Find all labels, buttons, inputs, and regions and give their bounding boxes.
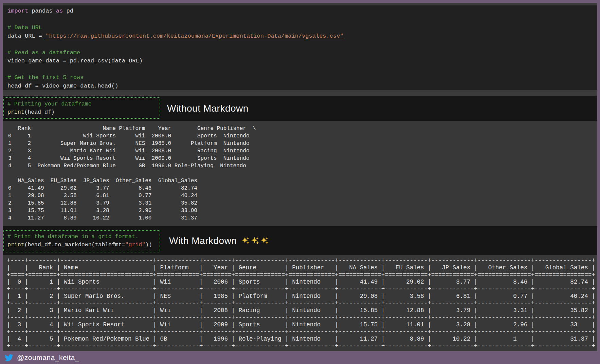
twitter-icon[interactable] bbox=[5, 353, 13, 362]
code-token: print bbox=[7, 109, 24, 115]
code-token: # Data URL bbox=[7, 24, 42, 31]
output-plain: Rank Name Platform Year Genre Publisher … bbox=[3, 121, 597, 226]
code-token: as bbox=[56, 8, 67, 14]
code-text-print-grid: # Print the dataframe in a grid format. … bbox=[7, 233, 156, 249]
code-token: (head_df) bbox=[24, 109, 55, 115]
code-token: print bbox=[7, 242, 24, 248]
code-text-imports: import pandas as pd # Data URL data_URL … bbox=[3, 5, 597, 90]
print-grid-row: # Print the dataframe in a grid format. … bbox=[3, 226, 597, 255]
sparkles-icon bbox=[241, 236, 269, 245]
code-token: )) bbox=[145, 242, 152, 248]
code-link[interactable]: "https://raw.githubusercontent.com/keita… bbox=[46, 33, 343, 39]
code-box-print-grid[interactable]: # Print the dataframe in a grid format. … bbox=[3, 230, 160, 252]
code-token: pandas bbox=[32, 8, 56, 14]
with-markdown-label: With Markdown bbox=[169, 235, 237, 246]
code-token: # Printing your dataframe bbox=[7, 101, 92, 107]
sparkle-star-icon bbox=[251, 236, 259, 245]
code-token: pd bbox=[66, 8, 73, 14]
notebook-canvas: import pandas as pd # Data URL data_URL … bbox=[3, 3, 597, 351]
code-token: (head_df.to_markdown(tablefmt= bbox=[24, 242, 125, 248]
top-strip bbox=[3, 3, 597, 5]
output-grid-text: +----+--------+-------------------------… bbox=[3, 255, 597, 350]
without-markdown-label: Without Markdown bbox=[167, 103, 249, 114]
code-token: import bbox=[7, 8, 32, 14]
sparkle-star-icon bbox=[260, 236, 269, 245]
code-cell-imports[interactable]: import pandas as pd # Data URL data_URL … bbox=[3, 5, 597, 90]
code-token: # Print the dataframe in a grid format. bbox=[7, 233, 139, 240]
code-token: # Get the first 5 rows bbox=[7, 74, 84, 81]
divider-band bbox=[3, 90, 597, 96]
with-markdown-label-row: With Markdown bbox=[169, 235, 269, 246]
output-plain-text: Rank Name Platform Year Genre Publisher … bbox=[3, 121, 597, 222]
output-grid: +----+--------+-------------------------… bbox=[3, 255, 597, 351]
sparkle-star-icon bbox=[241, 236, 250, 245]
code-text-print-plain: # Printing your dataframe print(head_df) bbox=[7, 100, 156, 116]
twitter-handle[interactable]: @zoumana_keita_ bbox=[17, 353, 79, 362]
footer-bar: @zoumana_keita_ bbox=[0, 351, 600, 364]
code-token: video_game_data = pd.read_csv(data_URL) bbox=[7, 58, 143, 64]
code-token: "grid" bbox=[125, 242, 145, 248]
code-token: data_URL = bbox=[7, 33, 46, 39]
screenshot-page: import pandas as pd # Data URL data_URL … bbox=[0, 0, 600, 364]
print-plain-row: # Printing your dataframe print(head_df)… bbox=[3, 96, 597, 121]
code-token: # Read as a dataframe bbox=[7, 50, 80, 56]
code-token: head_df = video_game_data.head() bbox=[7, 83, 118, 89]
code-box-print-plain[interactable]: # Printing your dataframe print(head_df) bbox=[3, 97, 160, 119]
without-markdown-label-row: Without Markdown bbox=[167, 103, 249, 114]
